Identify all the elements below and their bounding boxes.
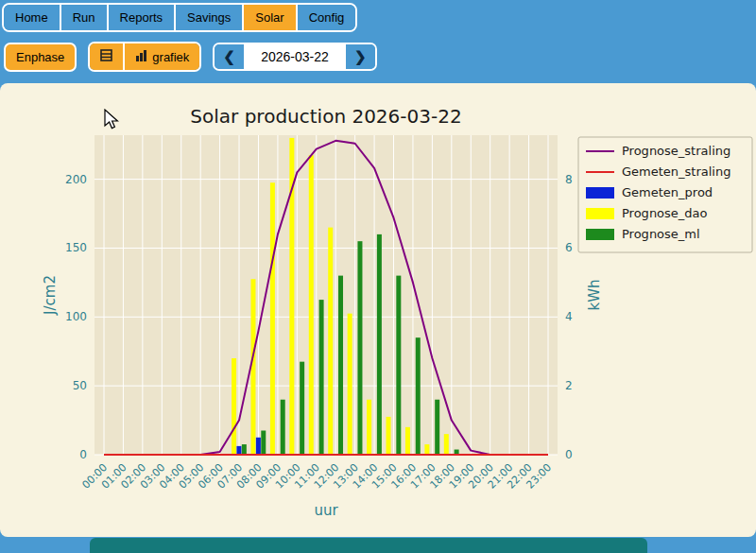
grafiek-button[interactable]: grafiek <box>125 43 199 70</box>
svg-text:2: 2 <box>565 379 573 392</box>
svg-text:150: 150 <box>65 241 87 254</box>
svg-text:Prognose_straling: Prognose_straling <box>622 144 730 158</box>
svg-text:Prognose_dao: Prognose_dao <box>622 206 708 220</box>
svg-text:Gemeten_straling: Gemeten_straling <box>622 164 730 179</box>
svg-text:200: 200 <box>65 173 87 186</box>
table-view-button[interactable] <box>90 43 125 70</box>
grafiek-label: grafiek <box>152 50 189 64</box>
prev-day-button[interactable]: ❮ <box>215 44 244 69</box>
solar-production-chart: 0501001502000246800:0001:0002:0003:0004:… <box>0 83 756 527</box>
svg-text:kWh: kWh <box>586 279 603 310</box>
next-day-button[interactable]: ❯ <box>346 44 375 69</box>
solar-toolbar: Enphase grafiek ❮ ❯ <box>4 42 756 72</box>
table-icon <box>100 49 112 64</box>
nav-config[interactable]: Config <box>298 5 356 30</box>
enphase-button[interactable]: Enphase <box>4 43 77 72</box>
view-toggle-group: grafiek <box>88 42 201 72</box>
svg-text:Solar production 2026-03-22: Solar production 2026-03-22 <box>190 105 461 128</box>
nav-home[interactable]: Home <box>4 5 61 30</box>
footer-bar <box>90 538 647 553</box>
svg-text:4: 4 <box>565 310 573 323</box>
svg-text:uur: uur <box>314 502 338 519</box>
date-input[interactable] <box>244 44 346 69</box>
nav-run[interactable]: Run <box>61 5 109 30</box>
chart-panel: 0501001502000246800:0001:0002:0003:0004:… <box>0 83 756 537</box>
svg-text:50: 50 <box>73 379 87 392</box>
nav-reports[interactable]: Reports <box>109 5 177 30</box>
date-nav-group: ❮ ❯ <box>213 43 376 71</box>
svg-text:8: 8 <box>565 173 573 186</box>
bar-chart-icon <box>135 49 147 64</box>
svg-text:100: 100 <box>65 310 87 323</box>
nav-solar[interactable]: Solar <box>244 5 297 30</box>
svg-text:6: 6 <box>565 241 573 254</box>
svg-text:J/cm2: J/cm2 <box>42 275 59 316</box>
svg-text:0: 0 <box>565 448 573 461</box>
svg-text:Gemeten_prod: Gemeten_prod <box>622 185 713 199</box>
main-nav: Home Run Reports Savings Solar Config <box>2 3 357 32</box>
nav-savings[interactable]: Savings <box>176 5 244 30</box>
svg-text:0: 0 <box>79 448 87 461</box>
svg-text:Prognose_ml: Prognose_ml <box>622 227 700 241</box>
